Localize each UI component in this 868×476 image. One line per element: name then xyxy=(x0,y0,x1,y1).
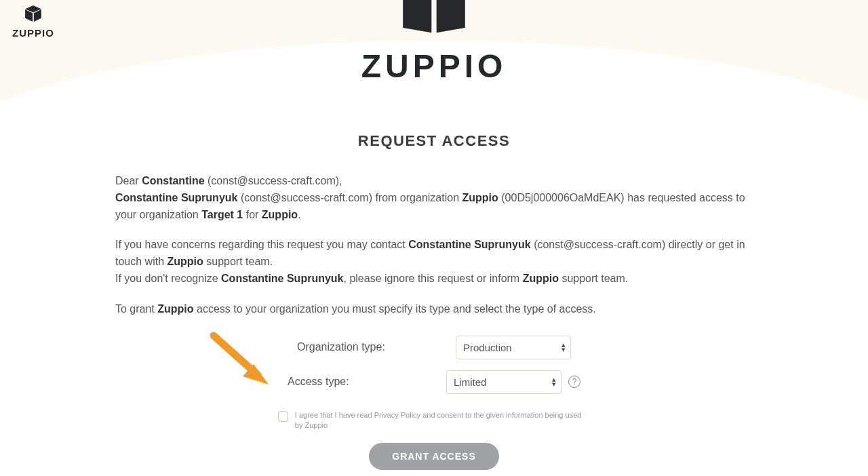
consent-text: I agree that I have read Privacy Policy … xyxy=(295,410,590,431)
consent-checkbox[interactable] xyxy=(278,411,288,422)
org-name: Zuppio xyxy=(462,192,498,203)
org-id-open: ( xyxy=(498,192,505,203)
l2-email-open: ( xyxy=(531,239,538,250)
brand-word: ZUPPIO xyxy=(361,47,507,85)
greeting-dear: Dear xyxy=(115,175,142,186)
center-brand: ZUPPIO xyxy=(0,0,868,85)
access-type-select-wrap: Limited ▴▾ xyxy=(446,370,561,394)
req-email-open: ( xyxy=(237,192,244,203)
org-type-select-wrap: Production ▴▾ xyxy=(456,336,571,359)
org-type-label: Organization type: xyxy=(297,341,456,353)
l3-suffix: support team. xyxy=(559,273,628,284)
greeting-line: Dear Constantine (const@success-craft.co… xyxy=(115,173,753,223)
org-id: 00D5j000006OaMdEAK xyxy=(505,192,621,203)
period1: . xyxy=(298,209,300,220)
l3-team: Zuppio xyxy=(523,273,559,284)
svg-marker-3 xyxy=(403,0,431,33)
book-icon xyxy=(397,0,471,41)
help-icon[interactable]: ? xyxy=(568,376,580,388)
greeting-email-close: ), xyxy=(336,175,342,186)
grant-access-button[interactable]: GRANT ACCESS xyxy=(369,443,499,470)
req-email: const@success-craft.com xyxy=(244,192,368,203)
access-type-label: Access type: xyxy=(288,376,446,388)
l3-name: Constantine Suprunyuk xyxy=(221,273,343,284)
l3-mid: , please ignore this request or inform xyxy=(344,273,523,284)
page-title: REQUEST ACCESS xyxy=(115,132,753,150)
l2-suffix: support team. xyxy=(203,256,273,267)
annotation-arrow-icon xyxy=(203,332,278,397)
greeting-email: const@success-craft.com xyxy=(211,175,335,186)
l4-pre: To grant xyxy=(115,303,157,315)
form-area: Organization type: Production ▴▾ Access … xyxy=(115,336,753,471)
greeting-email-open: ( xyxy=(205,175,212,186)
instruction-line: To grant Zuppio access to your organizat… xyxy=(115,301,753,318)
l2-pre: If you have concerns regarding this requ… xyxy=(115,239,408,250)
l3-pre: If you don't recognize xyxy=(115,273,221,284)
greeting-name: Constantine xyxy=(142,175,204,186)
l2-contact: Constantine Suprunyuk xyxy=(408,239,530,250)
consent-row: I agree that I have read Privacy Policy … xyxy=(278,410,590,431)
concerns-line: If you have concerns regarding this requ… xyxy=(115,237,753,287)
l2-email: const@success-craft.com xyxy=(537,239,661,250)
svg-marker-4 xyxy=(437,0,465,33)
l4-suffix: access to your organization you must spe… xyxy=(194,303,596,315)
org-type-select[interactable]: Production xyxy=(456,336,571,359)
main-content: REQUEST ACCESS Dear Constantine (const@s… xyxy=(108,132,760,470)
l4-product: Zuppio xyxy=(157,303,193,315)
for-text: for xyxy=(243,209,262,220)
target-org: Target 1 xyxy=(201,209,243,220)
req-email-close: ) from organization xyxy=(369,192,462,203)
l2-team: Zuppio xyxy=(167,256,203,267)
access-type-select[interactable]: Limited xyxy=(446,370,561,394)
product1: Zuppio xyxy=(262,209,298,220)
org-type-row: Organization type: Production ▴▾ xyxy=(297,336,571,359)
requester-name: Constantine Suprunyuk xyxy=(115,192,237,203)
access-type-row: Access type: Limited ▴▾ ? xyxy=(288,370,580,394)
